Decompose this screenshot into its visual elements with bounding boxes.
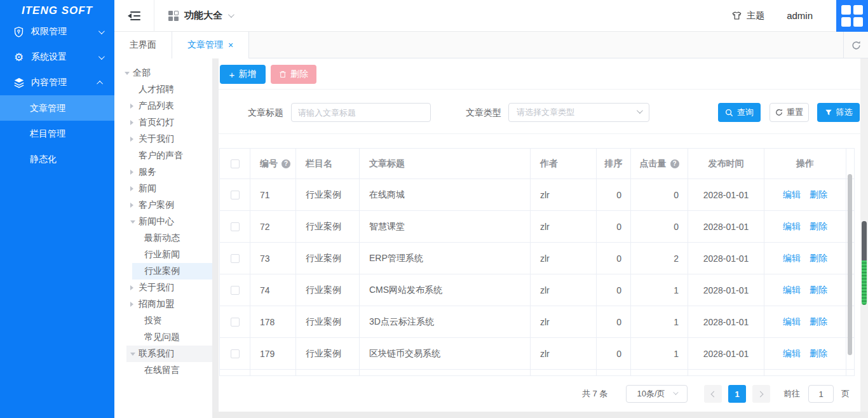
- tree-node[interactable]: 关于我们: [126, 131, 212, 147]
- collapse-sidebar-icon[interactable]: [128, 11, 140, 20]
- delete-link[interactable]: 删除: [810, 316, 827, 328]
- table-cell: [531, 370, 597, 375]
- article-table: 编号?栏目名文章标题作者排序点击量?发布时间操作 71行业案例在线商城zlr00…: [219, 148, 855, 376]
- chevron-collapsed-icon[interactable]: [130, 170, 139, 175]
- delete-link[interactable]: 删除: [810, 285, 827, 296]
- apps-grid-button[interactable]: [836, 0, 868, 32]
- tree-node[interactable]: 首页幻灯: [126, 114, 212, 131]
- chevron-collapsed-icon[interactable]: [130, 186, 139, 191]
- tree-node[interactable]: 全部: [121, 65, 212, 81]
- tree-node[interactable]: 联系我们: [126, 346, 212, 362]
- tree-node[interactable]: 新闻中心: [126, 213, 212, 230]
- filter-button[interactable]: 筛选: [817, 103, 860, 122]
- sidebar-menu-item[interactable]: 内容管理: [0, 70, 114, 95]
- table-cell: 区块链币交易系统: [360, 338, 531, 369]
- tree-node[interactable]: 常见问题: [132, 329, 212, 346]
- table-row: 179行业案例区块链币交易系统zlr012028-01-01编辑删除: [220, 338, 854, 370]
- tree-node[interactable]: 产品列表: [126, 98, 212, 114]
- tree-node[interactable]: 客户的声音: [126, 147, 212, 164]
- edit-link[interactable]: 编辑: [783, 316, 801, 328]
- table-cell: zlr: [531, 306, 597, 337]
- table-cell: zlr: [531, 274, 597, 306]
- total-count: 共 7 条: [582, 385, 607, 403]
- edit-link[interactable]: 编辑: [783, 285, 801, 296]
- close-icon[interactable]: ×: [228, 41, 233, 50]
- tree-node[interactable]: 新闻: [126, 180, 212, 197]
- app-menu-dropdown[interactable]: 功能大全: [168, 10, 233, 22]
- chevron-expanded-icon[interactable]: [125, 72, 133, 75]
- delete-link[interactable]: 删除: [810, 189, 827, 201]
- column-label: 编号: [260, 158, 278, 170]
- sidebar-subitem[interactable]: 静态化: [0, 146, 114, 172]
- tree-node[interactable]: 行业案例: [132, 263, 212, 280]
- delete-link[interactable]: 删除: [810, 253, 827, 264]
- row-checkbox[interactable]: [231, 286, 240, 295]
- tree-node[interactable]: 在线留言: [132, 362, 212, 379]
- current-page-button[interactable]: 1: [728, 385, 746, 403]
- delete-link[interactable]: 删除: [810, 348, 827, 360]
- tree-node[interactable]: 服务: [126, 164, 212, 180]
- table-cell: 行业案例: [296, 338, 360, 369]
- layers-icon: [13, 77, 25, 89]
- article-type-select[interactable]: 请选择文章类型: [508, 103, 649, 122]
- header-cell: 点击量?: [631, 149, 688, 179]
- sidebar-menu-item[interactable]: 权限管理: [0, 19, 114, 44]
- select-all-checkbox[interactable]: [231, 159, 240, 168]
- header-cell: 编号?: [250, 149, 296, 179]
- edit-link[interactable]: 编辑: [783, 253, 801, 264]
- chevron-collapsed-icon[interactable]: [130, 302, 139, 307]
- username[interactable]: admin: [787, 10, 813, 21]
- delete-link[interactable]: 删除: [810, 221, 827, 233]
- window-scrollbar-thumb[interactable]: [862, 221, 867, 305]
- chevron-collapsed-icon[interactable]: [130, 285, 139, 290]
- edit-link[interactable]: 编辑: [783, 348, 801, 360]
- chevron-collapsed-icon[interactable]: [130, 203, 139, 208]
- chevron-collapsed-icon[interactable]: [130, 120, 139, 125]
- edit-link[interactable]: 编辑: [783, 221, 801, 233]
- table-scrollbar[interactable]: [848, 174, 852, 355]
- chevron-expanded-icon[interactable]: [130, 220, 139, 224]
- refresh-tabs-button[interactable]: [843, 32, 868, 58]
- page-size-select[interactable]: 10条/页: [626, 385, 688, 403]
- table-cell: [688, 370, 764, 375]
- prev-page-button[interactable]: [704, 385, 722, 403]
- row-checkbox[interactable]: [231, 222, 240, 231]
- table-cell: 178: [250, 306, 296, 337]
- add-button[interactable]: + 新增: [220, 65, 266, 84]
- help-icon[interactable]: ?: [670, 159, 679, 168]
- tree-node[interactable]: 最新动态: [132, 230, 212, 246]
- tree-node[interactable]: 投资: [132, 313, 212, 329]
- sidebar-subitem[interactable]: 栏目管理: [0, 121, 114, 146]
- tab-item[interactable]: 主界面: [114, 32, 172, 58]
- reset-button[interactable]: 重置: [770, 103, 809, 122]
- row-checkbox[interactable]: [231, 254, 240, 263]
- row-checkbox[interactable]: [231, 318, 240, 327]
- table-cell: 2: [631, 243, 688, 274]
- window-scrollbar[interactable]: [860, 58, 868, 412]
- delete-button[interactable]: 删除: [271, 65, 316, 84]
- sidebar-subitem[interactable]: 文章管理: [0, 95, 114, 121]
- chevron-collapsed-icon[interactable]: [130, 137, 139, 142]
- theme-label: 主题: [747, 10, 764, 22]
- tree-node[interactable]: 行业新闻: [132, 246, 212, 263]
- edit-link[interactable]: 编辑: [783, 189, 801, 201]
- goto-page-input[interactable]: [808, 385, 834, 403]
- article-title-input[interactable]: [291, 103, 431, 122]
- tab-active[interactable]: 文章管理×: [172, 32, 249, 58]
- sidebar-menu-item[interactable]: ⚙系统设置: [0, 44, 114, 70]
- tree-node[interactable]: 人才招聘: [126, 81, 212, 98]
- tshirt-icon: [731, 11, 742, 20]
- help-icon[interactable]: ?: [281, 159, 290, 168]
- next-page-button[interactable]: [752, 385, 770, 403]
- chevron-expanded-icon[interactable]: [130, 353, 139, 356]
- chevron-collapsed-icon[interactable]: [130, 104, 139, 109]
- theme-button[interactable]: 主题: [731, 10, 764, 22]
- tree-node[interactable]: 关于我们: [126, 280, 212, 296]
- row-checkbox[interactable]: [231, 349, 240, 358]
- row-checkbox[interactable]: [231, 191, 240, 199]
- shield-icon: [13, 26, 25, 38]
- search-button[interactable]: 查询: [718, 103, 761, 122]
- tree-node[interactable]: 客户案例: [126, 197, 212, 213]
- tree-node[interactable]: 招商加盟: [126, 296, 212, 313]
- table-cell: [296, 370, 360, 375]
